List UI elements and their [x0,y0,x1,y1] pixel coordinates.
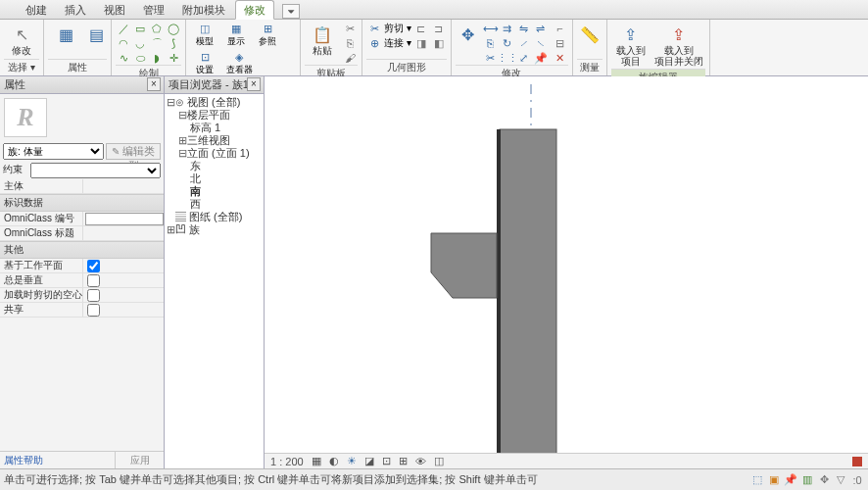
crop-view-icon[interactable]: ⊡ [382,455,391,467]
cut-icon[interactable]: ✂ [342,22,358,35]
tray-select-underlay-icon[interactable]: ▣ [767,473,781,487]
set-icon[interactable]: ⊡ [197,50,213,64]
tab-modify[interactable]: 修改 [235,0,274,20]
extend-icon[interactable]: ⟍ [533,36,549,50]
modify-button[interactable]: ↖ 修改 [4,22,39,58]
align-icon[interactable]: ⟷ [483,22,499,35]
fillet-icon[interactable]: ⟆ [166,36,181,50]
model-icon[interactable]: ◫ [197,22,213,35]
tree-elevations[interactable]: 立面 (立面 1) [187,147,250,159]
mirror-pick-icon[interactable]: ⇋ [516,22,532,35]
tray-filter-icon[interactable]: ▽ [834,473,847,487]
reveal-icon[interactable]: ◫ [434,455,444,467]
uncope-icon[interactable]: ⊐ [431,22,447,35]
line-icon[interactable]: ／ [116,22,131,35]
rotate-icon[interactable]: ↻ [500,36,515,50]
group-identity[interactable]: 标识数据 [0,194,164,212]
show-icon[interactable]: ▦ [228,22,244,35]
copy-icon[interactable]: ⎘ [342,36,358,50]
array-icon[interactable]: ⋮⋮ [500,51,515,65]
constraint-filter[interactable] [30,163,161,178]
cut-geom-icon[interactable]: ✂ [366,22,382,35]
scale-display[interactable]: 1 : 200 [270,456,304,467]
properties-close-button[interactable]: × [147,77,161,91]
tray-select-links-icon[interactable]: ⬚ [750,473,764,487]
trim-icon[interactable]: ⟋ [516,36,532,50]
browser-close-button[interactable]: × [247,77,261,91]
offset-icon[interactable]: ⇉ [500,22,515,35]
properties-palette-icon: ▦ [55,24,76,45]
ref-icon[interactable]: ⊞ [260,22,275,35]
type-selector[interactable]: 族: 体量 [3,143,104,160]
tree-east[interactable]: 东 [190,160,201,172]
properties-help-link[interactable]: 属性帮助 [0,452,115,468]
tray-select-pinned-icon[interactable]: 📌 [784,473,797,487]
cope-icon[interactable]: ⊏ [413,22,429,35]
tab-help-dropdown[interactable]: ⏷ [282,4,300,19]
tab-create[interactable]: 创建 [18,1,55,19]
canvas-corner-handle[interactable] [852,457,862,466]
rect-icon[interactable]: ▭ [132,22,148,35]
split-gap-icon[interactable]: ⊟ [553,36,568,50]
tab-addins[interactable]: 附加模块 [174,1,233,19]
detail-level-icon[interactable]: ▦ [312,455,321,467]
sun-path-icon[interactable]: ☀ [347,455,357,467]
copy-move-icon[interactable]: ⎘ [483,36,499,50]
tray-count-icon[interactable]: :0 [850,473,864,487]
measure-button[interactable]: 📏 [577,22,603,47]
properties-button[interactable]: ▦ [48,22,83,47]
paste-button[interactable]: 📋 粘贴 [305,22,340,58]
tab-manage[interactable]: 管理 [135,1,172,19]
shared-checkbox[interactable] [87,304,100,317]
family-types-button[interactable]: ▤ [85,22,107,47]
tab-view[interactable]: 视图 [96,1,133,19]
group-other[interactable]: 其他 [0,241,164,259]
crop-region-icon[interactable]: ⊞ [399,455,408,467]
delete-icon[interactable]: ✕ [553,51,568,65]
tree-views[interactable]: 视图 (全部) [187,96,240,108]
hide-isolate-icon[interactable]: 👁 [415,456,426,467]
tab-insert[interactable]: 插入 [57,1,94,19]
circle-icon[interactable]: ◯ [166,22,181,35]
tree-floorplans[interactable]: 楼层平面 [187,109,230,121]
always-vertical-checkbox[interactable] [87,274,100,287]
pick-icon[interactable]: ✛ [166,51,181,65]
tree-sheets[interactable]: 图纸 (全部) [189,211,242,222]
cut-with-voids-checkbox[interactable] [87,289,100,302]
arc3pt-icon[interactable]: ◠ [116,36,131,50]
scale-icon[interactable]: ⤢ [516,51,532,65]
omniclass-number-input[interactable] [85,213,164,225]
tree-north[interactable]: 北 [190,172,201,184]
viewer-icon[interactable]: ◈ [231,50,247,64]
poly-icon[interactable]: ⬠ [149,22,165,35]
ellipse-icon[interactable]: ⬭ [132,51,148,65]
tree-families[interactable]: 族 [189,223,200,235]
spline-icon[interactable]: ∿ [116,51,131,65]
split-face-icon[interactable]: ◨ [413,36,429,50]
tree-3dviews[interactable]: 三维视图 [187,134,230,146]
load-close-button[interactable]: ⇪ 载入到 项目并关闭 [652,22,705,69]
move-button[interactable]: ✥ [456,22,481,47]
match-icon[interactable]: 🖌 [342,51,358,65]
tray-drag-icon[interactable]: ✥ [817,473,831,487]
tree-south[interactable]: 南 [190,185,201,197]
arc-tan-icon[interactable]: ⌒ [149,36,165,50]
apply-button[interactable]: 应用 [115,452,164,468]
join-geom-icon[interactable]: ⊕ [366,36,382,50]
paint-icon[interactable]: ◧ [431,36,447,50]
half-ellipse-icon[interactable]: ◗ [149,51,165,65]
drawing-canvas[interactable]: 1 : 200 ▦ ◐ ☀ ◪ ⊡ ⊞ 👁 ◫ [265,76,868,468]
pin-icon[interactable]: 📌 [533,51,549,65]
load-into-project-button[interactable]: ⇪ 载入到 项目 [611,22,651,69]
edit-type-button[interactable]: ✎ 编辑类型 [106,143,161,160]
tree-level1[interactable]: 标高 1 [190,122,220,133]
shadows-icon[interactable]: ◪ [364,455,374,467]
visual-style-icon[interactable]: ◐ [329,455,339,467]
workplane-based-checkbox[interactable] [87,260,100,272]
browser-tree[interactable]: ⊟⊙ 视图 (全部) ⊟楼层平面 标高 1 ⊞三维视图 ⊟立面 (立面 1) 东… [165,94,264,238]
mirror-draw-icon[interactable]: ⇌ [533,22,549,35]
tree-west[interactable]: 西 [190,198,201,210]
arc-center-icon[interactable]: ◡ [132,36,148,50]
tray-select-face-icon[interactable]: ▥ [800,473,814,487]
corner-trim-icon[interactable]: ⌐ [553,22,568,35]
